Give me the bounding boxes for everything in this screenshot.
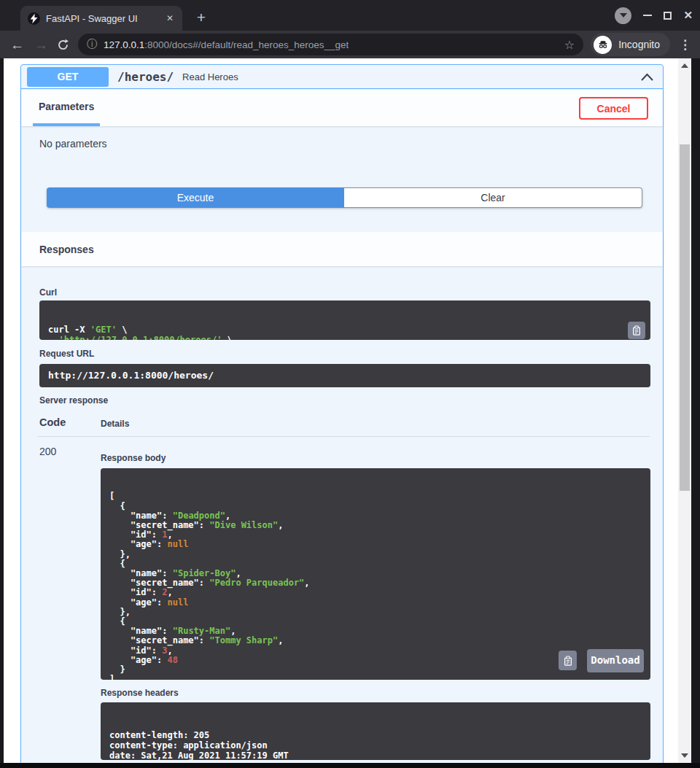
method-badge: GET (27, 67, 109, 87)
window-border-bottom (0, 763, 700, 768)
tab-close-icon[interactable]: ✕ (163, 12, 176, 25)
address-bar[interactable]: ⓘ 127.0.0.1:8000/docs#/default/read_hero… (78, 34, 583, 55)
request-url-label: Request URL (39, 349, 94, 359)
minimize-button[interactable] (643, 15, 652, 16)
url-text[interactable]: 127.0.0.1:8000/docs#/default/read_heroes… (104, 39, 349, 50)
curl-command: curl -X 'GET' \ 'http://127.0.0.1:8000/h… (39, 300, 650, 340)
opblock-summary[interactable]: GET /heroes/ Read Heroes (21, 65, 663, 89)
clear-button[interactable]: Clear (344, 187, 642, 208)
window-controls: ✕ (615, 0, 693, 31)
response-headers-label: Response headers (101, 688, 179, 698)
url-path: :8000/docs#/default/read_heroes_heroes__… (144, 39, 349, 50)
scroll-up-arrow-icon[interactable] (681, 63, 688, 68)
tab-title: FastAPI - Swagger UI (46, 13, 163, 24)
curl-code: curl -X 'GET' \ 'http://127.0.0.1:8000/h… (48, 325, 642, 340)
server-response-label: Server response (39, 395, 108, 406)
download-button[interactable]: Download (587, 649, 644, 672)
window-border-left (0, 58, 4, 768)
back-button[interactable]: ← (10, 38, 24, 52)
cancel-button[interactable]: Cancel (579, 97, 648, 120)
tab-strip: FastAPI - Swagger UI ✕ + ✕ (0, 0, 700, 31)
endpoint-summary: Read Heroes (182, 71, 238, 82)
request-url-value: http://127.0.0.1:8000/heroes/ (39, 364, 650, 387)
fastapi-favicon-icon (28, 12, 40, 25)
reload-button[interactable] (57, 39, 69, 51)
incognito-icon (594, 36, 612, 54)
incognito-badge: Incognito (591, 33, 670, 56)
endpoint-path: /heroes/ (117, 70, 174, 84)
execute-button[interactable]: Execute (47, 187, 344, 208)
chevron-down-icon (620, 13, 627, 18)
incognito-label: Incognito (618, 39, 660, 50)
status-code: 200 (39, 446, 56, 457)
browser-menu-icon[interactable]: ⋮ (679, 37, 691, 53)
browser-toolbar: ← → ⓘ 127.0.0.1:8000/docs#/default/read_… (0, 31, 700, 58)
copy-response-button[interactable] (559, 651, 577, 670)
tab-search-button[interactable] (615, 7, 631, 24)
responses-title: Responses (39, 232, 94, 266)
code-column-header: Code (39, 416, 66, 428)
swagger-page: GET /heroes/ Read Heroes Parameters Canc… (4, 58, 678, 763)
response-body-label: Response body (101, 453, 166, 463)
tab-parameters[interactable]: Parameters (33, 90, 100, 126)
response-headers-block: content-length: 205content-type: applica… (101, 702, 650, 760)
response-headers-lines: content-length: 205content-type: applica… (109, 730, 642, 760)
close-button[interactable]: ✕ (683, 9, 693, 22)
bookmark-star-icon[interactable]: ☆ (559, 38, 575, 52)
no-parameters-text: No parameters (39, 138, 107, 150)
copy-curl-button[interactable] (628, 322, 645, 339)
maximize-button[interactable] (664, 12, 672, 20)
window-border-right (691, 58, 700, 768)
opblock-get-heroes: GET /heroes/ Read Heroes Parameters Canc… (20, 64, 664, 763)
execute-row: Execute Clear (47, 187, 642, 208)
browser-window: FastAPI - Swagger UI ✕ + ✕ ← → ⓘ 127.0.0… (0, 0, 700, 768)
details-column-header: Details (101, 419, 129, 429)
parameters-header: Parameters Cancel (21, 90, 663, 126)
response-body-block: [ { "name": "Deadpond", "secret_name": "… (101, 468, 650, 680)
responses-divider (37, 436, 650, 437)
new-tab-button[interactable]: + (191, 7, 211, 28)
collapse-chevron-up-icon[interactable] (640, 72, 654, 82)
page-scrollbar[interactable] (678, 58, 691, 763)
browser-tab[interactable]: FastAPI - Swagger UI ✕ (20, 6, 182, 31)
curl-label: Curl (39, 287, 57, 298)
responses-header: Responses (21, 232, 663, 266)
scrollbar-thumb[interactable] (680, 144, 690, 491)
url-host: 127.0.0.1 (104, 39, 144, 50)
site-info-icon[interactable]: ⓘ (87, 38, 97, 51)
forward-button[interactable]: → (34, 38, 48, 52)
scroll-down-arrow-icon[interactable] (681, 753, 688, 758)
